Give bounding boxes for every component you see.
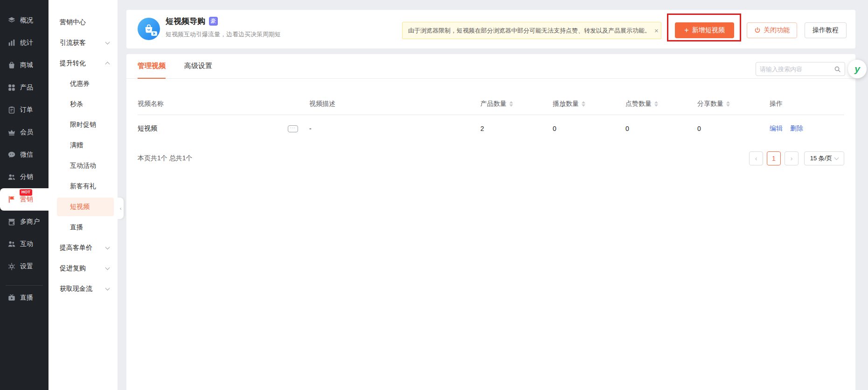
submenu-coupon[interactable]: 优惠券 [49,74,118,94]
col-video-name: 视频名称 [138,100,309,108]
interaction-people-icon [7,240,16,248]
submenu-flash-sale[interactable]: 秒杀 [49,94,118,115]
like-count-cell: 0 [625,125,697,132]
marketing-flag-icon [7,195,16,204]
prev-page-button[interactable]: ‹ [749,151,763,165]
submenu-repurchase[interactable]: 促进复购 [49,258,118,279]
page-size-select[interactable]: 15 条/页 [804,151,844,165]
sidebar-item-label: 多商户 [20,218,40,226]
submenu-live[interactable]: 直播 [49,217,118,238]
chevron-down-icon [105,286,110,291]
pagination-bar: 本页共1个 总共1个 ‹ 1 › 15 条/页 [138,151,844,165]
tutorial-button-label: 操作教程 [812,26,839,34]
short-video-app-icon [138,18,160,40]
sidebar-item-wechat[interactable]: 微信 [0,144,49,166]
page-number-1[interactable]: 1 [767,151,781,165]
col-play-count[interactable]: 播放数量 [553,100,625,108]
search-input[interactable] [756,66,834,73]
sidebar-item-distribution[interactable]: 分销 [0,166,49,188]
sidebar-divider [6,285,43,286]
sidebar-item-order[interactable]: 订单 [0,99,49,121]
submenu-interactive-activity[interactable]: 互动活动 [49,156,118,176]
sidebar-item-member[interactable]: 会员 [0,121,49,144]
primary-sidebar: 概况 统计 商城 产品 订单 会员 微信 分销 [0,0,49,390]
sort-icon[interactable] [726,101,730,107]
submenu-traffic-acquisition[interactable]: 引流获客 [49,33,118,53]
tab-advanced-settings[interactable]: 高级设置 [184,54,212,79]
tutorial-button[interactable]: 操作教程 [805,22,847,38]
prev-chevron-icon: ‹ [755,155,757,162]
sort-icon[interactable] [654,101,658,107]
sidebar-item-label: 产品 [20,83,33,92]
video-name: 短视频 [138,124,157,133]
submenu-limited-time-promo[interactable]: 限时促销 [49,115,118,135]
secondary-sidebar: 营销中心 引流获客 提升转化 优惠券 秒杀 限时促销 满赠 互动活动 新客有礼 … [49,0,118,390]
sidebar-item-label: 订单 [20,106,33,114]
chevron-down-icon [105,245,110,250]
floating-assistant-widget[interactable]: y [848,60,867,78]
sort-icon[interactable] [582,101,585,107]
table-row: 短视频 ··· - 2 0 0 0 编辑 删除 [138,115,844,142]
sidebar-item-label: 设置 [20,262,33,271]
submenu-boost-conversion[interactable]: 提升转化 [49,53,118,74]
submenu-label: 直播 [70,223,83,232]
title-row: 短视频导购 豪 [166,16,218,27]
collapse-chevron-icon: ‹ [120,205,122,211]
submenu-label: 短视频 [70,203,90,211]
page-header-card: 短视频导购 豪 短视频互动引爆流量，边看边买决策周期短 由于浏览器限制，短视频在… [126,10,855,48]
submenu-label: 引流获客 [60,39,86,47]
edit-link[interactable]: 编辑 [770,124,783,133]
layers-icon [7,16,16,25]
col-like-count[interactable]: 点赞数量 [625,100,697,108]
chevron-down-icon [834,156,839,160]
video-name-cell: 短视频 ··· [138,124,309,133]
clipboard-icon [7,106,16,114]
sidebar-item-statistics[interactable]: 统计 [0,32,49,54]
videos-table: 视频名称 视频描述 产品数量 播放数量 点赞数量 分享数量 操作 短视频 ···… [138,93,844,142]
play-icon [151,31,157,36]
page-title: 短视频导购 [166,16,205,27]
sidebar-item-marketing[interactable]: HOT 营销 [0,188,49,211]
disable-feature-button[interactable]: 关闭功能 [747,22,797,38]
more-dots-icon[interactable]: ··· [288,125,298,132]
search-icon[interactable] [834,66,841,73]
sidebar-item-product[interactable]: 产品 [0,76,49,99]
storefront-icon [7,218,16,226]
col-product-count[interactable]: 产品数量 [480,100,553,108]
sidebar-item-settings[interactable]: 设置 [0,255,49,278]
delete-link[interactable]: 删除 [790,124,803,133]
add-short-video-button[interactable]: + 新增短视频 [675,22,734,38]
sidebar-item-multi-merchant[interactable]: 多商户 [0,211,49,233]
col-video-desc: 视频描述 [309,100,480,108]
submenu-short-video[interactable]: 短视频 [57,198,114,216]
sidebar-item-overview[interactable]: 概况 [0,9,49,32]
bar-chart-icon [7,39,16,47]
browser-warning-alert: 由于浏览器限制，短视频在部分浏览器中部分可能无法支持点赞、转发以及产品展示功能。… [402,22,661,39]
sidebar-collapse-handle[interactable]: ‹ [118,198,124,219]
close-icon[interactable]: × [651,27,659,34]
pagination-controls: ‹ 1 › 15 条/页 [749,151,844,165]
page-subtitle: 短视频互动引爆流量，边看边买决策周期短 [166,30,281,39]
add-button-label: 新增短视频 [692,26,725,34]
page-size-value: 15 条/页 [810,154,833,163]
submenu-label: 互动活动 [70,162,96,170]
submenu-marketing-center[interactable]: 营销中心 [49,12,118,33]
table-header-row: 视频名称 视频描述 产品数量 播放数量 点赞数量 分享数量 操作 [138,93,844,115]
power-icon [754,27,761,34]
tab-manage-videos[interactable]: 管理视频 [138,54,166,79]
hot-badge: HOT [20,189,32,196]
sort-icon[interactable] [509,101,513,107]
submenu-new-customer-gift[interactable]: 新客有礼 [49,176,118,197]
submenu-cash-flow[interactable]: 获取现金流 [49,279,118,299]
wechat-chat-icon [7,151,16,159]
sidebar-item-live[interactable]: 直播 [0,287,49,309]
sidebar-item-interaction[interactable]: 互动 [0,233,49,255]
alert-text: 由于浏览器限制，短视频在部分浏览器中部分可能无法支持点赞、转发以及产品展示功能。 [408,27,651,35]
submenu-gift-with-purchase[interactable]: 满赠 [49,135,118,156]
col-share-count[interactable]: 分享数量 [697,100,770,108]
sidebar-item-mall[interactable]: 商城 [0,54,49,76]
play-count-cell: 0 [553,125,625,132]
submenu-label: 新客有礼 [70,182,96,191]
next-page-button[interactable]: › [785,151,799,165]
submenu-raise-order-value[interactable]: 提高客单价 [49,238,118,258]
